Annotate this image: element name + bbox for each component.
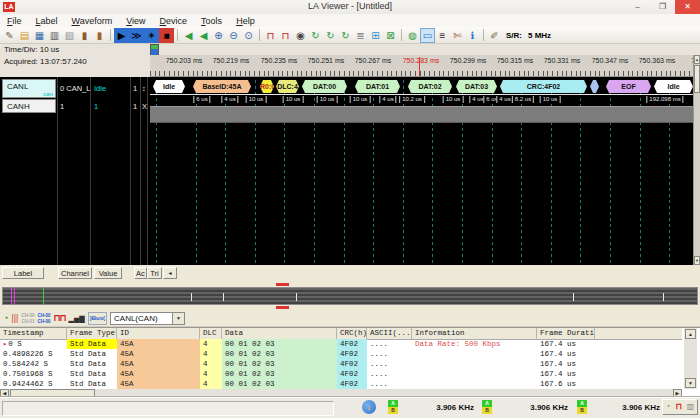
sync-b-icon[interactable]: ↻ xyxy=(323,28,338,43)
view-range-handle-top[interactable] xyxy=(276,283,289,286)
measurement-row: 6 us4 us10 us10 us10 us10 us4 us10.2 us1… xyxy=(150,94,693,105)
bus-decode-icon[interactable]: )Bus( xyxy=(88,312,107,325)
trigger-edge-icon[interactable]: ⊓ xyxy=(278,28,293,43)
menu-item[interactable]: Label xyxy=(29,16,65,26)
overlay-view-icon[interactable]: ◍ xyxy=(405,28,420,43)
view-range-handle-bottom[interactable] xyxy=(276,306,289,309)
save-icon[interactable]: ▦ xyxy=(32,28,47,43)
sync-c-icon[interactable]: ↻ xyxy=(338,28,353,43)
col-frame-duration[interactable]: Frame Duration xyxy=(537,328,595,339)
sync-a-icon[interactable]: ↻ xyxy=(308,28,323,43)
zoom-select-icon[interactable]: ⊙ xyxy=(241,28,256,43)
cell-data: 00 01 02 03 xyxy=(222,349,337,359)
waveform-link-icon[interactable]: ⊓⊓ xyxy=(53,312,65,325)
time-ruler[interactable]: 750.203 ms750.219 ms750.235 ms750.251 ms… xyxy=(150,55,693,77)
menu-item[interactable]: View xyxy=(119,16,152,26)
print-icon[interactable]: ▥ xyxy=(47,28,62,43)
waveform-plot[interactable]: IdleBaseID:45AR0:0DLC:4DAT:00DAT:01DAT:0… xyxy=(150,77,693,265)
activity-column-button[interactable]: Ac xyxy=(134,267,147,279)
zoom-in-icon[interactable]: ⊕ xyxy=(211,28,226,43)
minimize-button[interactable]: – xyxy=(625,0,650,14)
scrollbar-thumb[interactable] xyxy=(694,65,700,93)
clear-icon[interactable]: ✄ xyxy=(450,28,465,43)
clock-icon[interactable]: ◔ xyxy=(666,400,671,414)
col-frame-type[interactable]: Frame Type xyxy=(67,328,117,339)
col-data[interactable]: Data xyxy=(222,328,337,339)
run-icon[interactable]: ▶ xyxy=(114,28,129,43)
refresh-decode-icon[interactable]: ◔ xyxy=(3,312,8,325)
annotate-icon[interactable]: ✐ xyxy=(487,28,502,43)
trigger-pattern-icon[interactable]: ⊓ xyxy=(263,28,278,43)
col-ascii[interactable]: ASCII(... xyxy=(367,328,412,339)
unpack-project-icon[interactable]: ▮ xyxy=(92,28,107,43)
pack-project-icon[interactable]: ▮ xyxy=(77,28,92,43)
col-crc[interactable]: CRC(h) xyxy=(337,328,367,339)
col-timestamp[interactable]: Timestamp xyxy=(0,328,67,339)
sample-rate-label: S/R: xyxy=(506,31,522,40)
navigator-band[interactable] xyxy=(2,287,698,305)
zoom-out-icon[interactable]: ⊖ xyxy=(226,28,241,43)
close-button[interactable]: ✕ xyxy=(675,0,700,14)
bars-icon[interactable]: ▥ xyxy=(687,400,695,414)
bus-group-icon[interactable]: ⊠ xyxy=(383,28,398,43)
screen-view-icon[interactable]: ▭ xyxy=(420,28,435,43)
about-icon[interactable]: ℹ xyxy=(465,28,480,43)
menu-item[interactable]: Device xyxy=(153,16,195,26)
canl-trigger[interactable]: ↕ xyxy=(142,84,146,93)
channel-column-button[interactable]: Channel xyxy=(58,267,92,279)
bus-select-dropdown[interactable]: CANL(CAN) ▼ xyxy=(110,312,185,325)
canh-value: 1 xyxy=(94,102,98,111)
col-id[interactable]: ID xyxy=(117,328,200,339)
open-file-icon[interactable]: ▤ xyxy=(17,28,32,43)
col-dlc[interactable]: DLC xyxy=(200,328,222,339)
channel-pair-00-icon[interactable]: CH-00 CH-00 xyxy=(37,312,50,325)
cursor-mark[interactable] xyxy=(14,288,15,304)
channel-label-canh[interactable]: CANH xyxy=(2,99,56,113)
repeat-run-icon[interactable]: ≫ xyxy=(129,28,144,43)
cursor-mark[interactable] xyxy=(11,288,12,304)
cell-ascii: .... xyxy=(367,359,412,369)
chevron-down-icon[interactable]: ▼ xyxy=(172,313,184,324)
export-report-icon[interactable]: ▧ xyxy=(62,28,77,43)
waveform-icon[interactable]: ⊓ xyxy=(676,400,682,414)
single-run-icon[interactable]: ✶ xyxy=(144,28,159,43)
channel-pair-01-icon[interactable]: CH-00 CH-01 xyxy=(21,312,34,325)
zoom-prev-icon[interactable]: ◀ xyxy=(181,28,196,43)
statistics-icon[interactable]: ▂▅▇ xyxy=(69,312,85,325)
decode-bubble: BaseID:45A xyxy=(193,80,251,93)
stop-icon[interactable]: ■ xyxy=(159,28,174,43)
cursor-mark[interactable] xyxy=(43,288,44,304)
channel-label-canl[interactable]: CANL can xyxy=(2,79,56,98)
canl-value: Idle xyxy=(94,84,106,93)
menu-item[interactable]: File xyxy=(0,16,29,26)
scroll-up-icon[interactable]: ▲ xyxy=(694,55,700,64)
menu-item[interactable]: Help xyxy=(229,16,262,26)
filter-icon[interactable]: ||| xyxy=(11,312,18,325)
ruler-label: 750.251 ms xyxy=(308,57,345,64)
table-row[interactable]: ▸0.4898226 S Std Data 45A 4 00 01 02 03 … xyxy=(0,349,682,359)
table-row[interactable]: ▸0.7501968 S Std Data 45A 4 00 01 02 03 … xyxy=(0,369,682,379)
table-row[interactable]: ▸0.584242 S Std Data 45A 4 00 01 02 03 4… xyxy=(0,359,682,369)
table-row[interactable]: ▸0 S Std Data 45A 4 00 01 02 03 4F02 ...… xyxy=(0,339,682,349)
label-column-button[interactable]: Label xyxy=(2,267,44,279)
dark-view-icon[interactable]: ≡ xyxy=(435,28,450,43)
scroll-left-button[interactable]: ◂ xyxy=(163,267,177,279)
find-icon[interactable]: ◉ xyxy=(293,28,308,43)
canh-trigger[interactable]: X xyxy=(142,102,147,111)
table-scroll-up-icon[interactable]: ▲ xyxy=(685,329,696,339)
trigger-column-button[interactable]: Tri xyxy=(147,267,162,279)
memo-list-icon[interactable]: ≣ xyxy=(353,28,368,43)
col-information[interactable]: Information xyxy=(412,328,537,339)
maximize-button[interactable]: ❐ xyxy=(650,0,675,14)
menu-item[interactable]: Waveform xyxy=(65,16,120,26)
menu-item[interactable]: Tools xyxy=(194,16,229,26)
table-scroll-down-icon[interactable]: ▼ xyxy=(685,378,696,388)
value-column-button[interactable]: Value xyxy=(94,267,122,279)
zoom-next-icon[interactable]: ◀ xyxy=(196,28,211,43)
scroll-down-icon[interactable]: ▼ xyxy=(694,256,700,265)
table-row[interactable]: ▸0.9424462 S Std Data 45A 4 00 01 02 03 … xyxy=(0,379,682,389)
probe-config-icon[interactable]: ✎ xyxy=(2,28,17,43)
stack-group-icon[interactable]: ⊞ xyxy=(368,28,383,43)
waveform-scrollbar[interactable]: ▲ ▼ xyxy=(693,55,700,265)
table-vscrollbar[interactable]: ▲ ▼ xyxy=(684,328,697,389)
